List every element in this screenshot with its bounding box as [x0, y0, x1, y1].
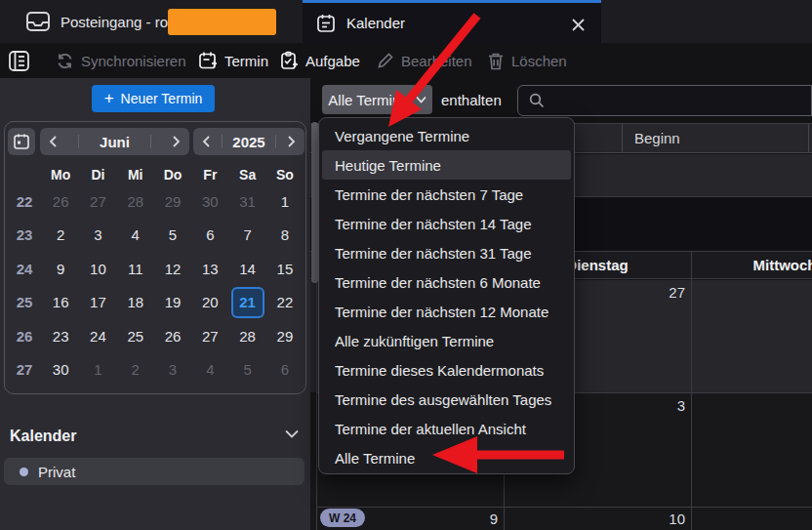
next-year-icon[interactable] — [287, 136, 296, 147]
new-event-button[interactable]: + Neuer Termin — [92, 85, 215, 112]
menu-item-vergangene-termine[interactable]: Vergangene Termine — [319, 121, 574, 150]
minimonth-day[interactable]: 1 — [266, 193, 304, 210]
minimonth-year-label: 2025 — [232, 134, 264, 150]
weekday-header: Fr — [203, 167, 217, 183]
minimonth-day[interactable]: 28 — [228, 328, 265, 345]
week-number: 24 — [17, 261, 33, 277]
minimonth-day[interactable]: 14 — [228, 261, 265, 277]
minimonth-day-selected[interactable]: 21 — [228, 287, 265, 318]
mini-month-panel: Juni 2025 Mo Di — [4, 121, 306, 394]
minimonth-day[interactable]: 9 — [42, 261, 79, 277]
trash-icon — [487, 52, 505, 70]
minimonth-day[interactable]: 3 — [154, 361, 191, 378]
sidebar-scrollbar[interactable] — [311, 122, 318, 283]
new-event-toolbar-button[interactable]: Termin — [198, 43, 268, 78]
minimonth-day[interactable]: 2 — [117, 361, 154, 378]
event-filter-menu: Vergangene Termine Heutige Termine Termi… — [318, 117, 575, 474]
weekday-header: Sa — [239, 167, 256, 183]
minimonth-day[interactable]: 16 — [42, 294, 79, 310]
chevron-down-icon[interactable] — [285, 429, 299, 438]
minimonth-day[interactable]: 19 — [154, 294, 191, 310]
minimonth-day[interactable]: 3 — [79, 226, 116, 243]
menu-item-naechste-12-monate[interactable]: Termine der nächsten 12 Monate — [319, 297, 574, 326]
menu-item-naechste-6-monate[interactable]: Termine der nächsten 6 Monate — [319, 267, 574, 297]
minimonth-day[interactable]: 7 — [228, 226, 265, 243]
column-header-beginn[interactable]: Beginn — [634, 124, 680, 152]
minimonth-day[interactable]: 27 — [79, 193, 116, 210]
menu-item-aktuelle-ansicht[interactable]: Termine der aktuellen Ansicht — [319, 414, 574, 443]
minimonth-day[interactable]: 8 — [266, 226, 304, 243]
calendar-tab-icon — [316, 14, 336, 33]
minimonth-year-nav: 2025 — [193, 128, 304, 155]
event-search-input[interactable] — [552, 92, 787, 110]
new-task-toolbar-label: Aufgabe — [305, 53, 360, 69]
minimonth-day[interactable]: 10 — [79, 261, 116, 277]
minimonth-day[interactable]: 12 — [154, 261, 191, 277]
minimonth-day[interactable]: 4 — [191, 361, 228, 378]
menu-item-ausgewaehlter-tag[interactable]: Termine des ausgewählten Tages — [319, 385, 574, 414]
minimonth-day[interactable]: 29 — [154, 193, 191, 210]
week-number: 26 — [17, 328, 33, 345]
minimonth-day[interactable]: 30 — [191, 193, 228, 210]
pencil-icon — [377, 52, 394, 69]
delete-button[interactable]: Löschen — [487, 43, 567, 78]
calendar-list-item-privat[interactable]: Privat — [4, 458, 304, 485]
minimonth-day[interactable]: 5 — [228, 361, 265, 378]
minimonth-day[interactable]: 24 — [79, 328, 116, 345]
minimonth-grid: Mo Di Mi Do Fr Sa So 22 26 27 28 29 30 3… — [7, 165, 304, 387]
menu-item-dieser-kalendermonat[interactable]: Termine dieses Kalendermonats — [319, 355, 574, 385]
minimonth-day[interactable]: 5 — [154, 226, 191, 243]
weekday-header: Do — [164, 167, 183, 183]
tab-calendar[interactable]: Kalender — [303, 0, 601, 43]
week-number: 23 — [17, 226, 33, 243]
minimonth-day[interactable]: 13 — [191, 261, 228, 277]
month-cell-date[interactable]: 10 — [504, 510, 685, 527]
menu-item-naechste-7-tage[interactable]: Termine der nächsten 7 Tage — [319, 180, 574, 209]
minimonth-day[interactable]: 6 — [191, 226, 228, 243]
event-search-box[interactable] — [517, 85, 812, 116]
minimonth-day[interactable]: 20 — [191, 294, 228, 310]
minimonth-day[interactable]: 2 — [42, 226, 79, 243]
minimonth-day[interactable]: 15 — [266, 261, 304, 277]
plus-icon: + — [104, 89, 114, 108]
week-number: 22 — [17, 193, 33, 210]
minimonth-day[interactable]: 29 — [266, 328, 304, 345]
menu-item-heutige-termine[interactable]: Heutige Termine — [322, 150, 571, 180]
minimonth-today-button[interactable] — [8, 128, 35, 155]
prev-month-icon[interactable] — [49, 136, 58, 147]
synchronize-label: Synchronisieren — [81, 53, 186, 69]
menu-item-naechste-31-tage[interactable]: Termine der nächsten 31 Tage — [319, 238, 574, 267]
calendar-item-label: Privat — [38, 464, 75, 480]
contains-label: enthalten — [441, 85, 502, 114]
event-filter-dropdown-button[interactable]: Alle Termine — [322, 85, 432, 114]
minimonth-day[interactable]: 30 — [42, 361, 79, 378]
menu-item-alle-termine[interactable]: Alle Termine — [319, 443, 574, 472]
synchronize-button[interactable]: Synchronisieren — [56, 43, 186, 78]
menu-item-alle-zukuenftigen[interactable]: Alle zukünftigen Termine — [319, 326, 574, 355]
minimonth-day[interactable]: 26 — [154, 328, 191, 345]
chevron-down-icon — [416, 96, 426, 103]
minimonth-day[interactable]: 6 — [266, 361, 304, 378]
minimonth-day[interactable]: 22 — [266, 294, 304, 310]
minimonth-day[interactable]: 17 — [79, 294, 116, 310]
edit-button[interactable]: Bearbeiten — [377, 43, 472, 78]
prev-year-icon[interactable] — [202, 136, 211, 147]
minimonth-day[interactable]: 11 — [117, 261, 154, 277]
tab-close-icon[interactable] — [568, 15, 588, 34]
minimonth-day[interactable]: 18 — [117, 294, 154, 310]
minimonth-day[interactable]: 25 — [117, 328, 154, 345]
weekday-header: Mi — [128, 167, 143, 183]
minimonth-day[interactable]: 31 — [228, 193, 265, 210]
edit-label: Bearbeiten — [401, 53, 472, 69]
minimonth-day[interactable]: 23 — [42, 328, 79, 345]
minimonth-day[interactable]: 4 — [117, 226, 154, 243]
next-month-icon[interactable] — [172, 136, 181, 147]
minimonth-day[interactable]: 28 — [117, 193, 154, 210]
menu-item-naechste-14-tage[interactable]: Termine der nächsten 14 Tage — [319, 209, 574, 238]
minimonth-day[interactable]: 26 — [42, 193, 79, 210]
spaces-toggle-button[interactable] — [8, 43, 30, 78]
minimonth-day[interactable]: 1 — [79, 361, 116, 378]
new-task-toolbar-button[interactable]: Aufgabe — [279, 43, 360, 78]
minimonth-day[interactable]: 27 — [191, 328, 228, 345]
minimonth-month-nav: Juni — [40, 128, 189, 155]
